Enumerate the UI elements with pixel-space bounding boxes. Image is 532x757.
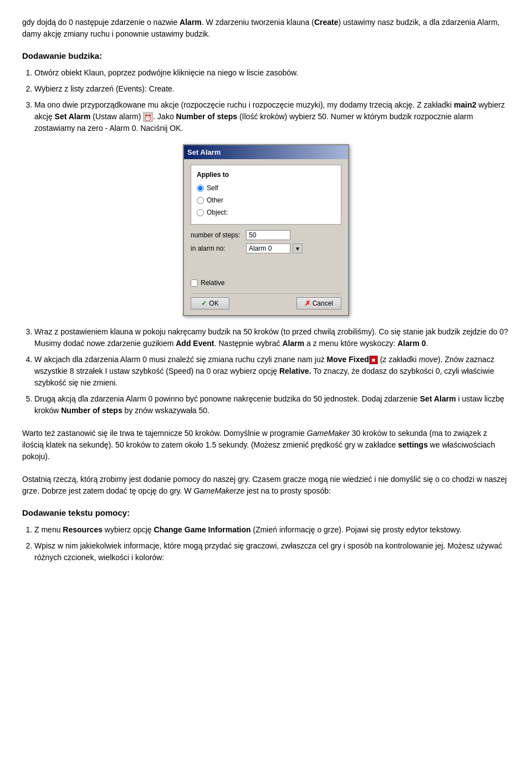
alarm0-bold: Alarm 0: [397, 339, 426, 348]
alarm-field-row: in alarm no: ▼: [191, 243, 341, 253]
separator-1: [22, 422, 510, 428]
ostatnia-text-b: jest na to prosty sposób:: [244, 486, 331, 495]
dialog-buttons: ✓ OK ✗ Cancel: [191, 293, 341, 309]
radio-self-label: Self: [207, 183, 218, 193]
help-step-1-text-a: Z menu: [34, 525, 63, 534]
step-3-outer-text-d: .: [426, 339, 428, 348]
help-step-2-text: Wpisz w nim jakiekolwiek informacje, któ…: [34, 541, 502, 562]
cancel-x-icon: ✗: [305, 299, 310, 307]
applies-to-title: Applies to: [197, 170, 335, 180]
alarm-bold-1: Alarm: [180, 18, 202, 27]
step-1-text: Otwórz obiekt Klaun, poprzez podwójne kl…: [34, 68, 298, 77]
alarm-picker-icon[interactable]: ▼: [293, 243, 303, 253]
dialog-title: Set Alarm: [187, 147, 221, 158]
step-3-outer-text-c: a z menu które wyskoczy:: [304, 339, 397, 348]
set-alarm-dialog: Set Alarm Applies to Self Other: [183, 144, 349, 317]
cancel-button[interactable]: ✗ Cancel: [296, 297, 341, 309]
resources-bold: Resources: [63, 525, 103, 534]
intro-paragraph: gdy dojdą do 0 następuje zdarzenie o naz…: [22, 17, 510, 40]
settings-bold: settings: [398, 440, 428, 449]
move-fixed-bold: Move Fixed: [327, 355, 369, 364]
relative-row: Relative: [191, 278, 341, 288]
relative-bold: Relative.: [279, 367, 311, 375]
radio-other-row: Other: [197, 195, 335, 205]
number-of-steps-bold: Number of steps: [176, 112, 237, 121]
warto-paragraph: Warto też zastanowić się ile trwa te taj…: [22, 428, 510, 463]
step-4: W akcjach dla zdarzenia Alarm 0 musi zna…: [34, 354, 510, 389]
main-content: gdy dojdą do 0 następuje zdarzenie o naz…: [22, 17, 510, 563]
step-3-outer-text-b: . Następnie wybrać: [214, 339, 282, 348]
ok-label: OK: [209, 299, 218, 307]
radio-object-row: Object:: [197, 207, 335, 217]
steps-3-5-list: Wraz z postawieniem klauna w pokoju nakr…: [34, 326, 510, 416]
ok-button[interactable]: ✓ OK: [191, 297, 229, 309]
step-4-text-b: (z zakładki: [378, 355, 419, 364]
dodawanie-tekstu-header: Dodawanie tekstu pomocy:: [22, 507, 510, 520]
spacer: [191, 257, 341, 273]
radio-other-label: Other: [207, 195, 223, 205]
main2-bold: main2: [454, 100, 476, 109]
step-5-text-c: by znów wskazywała 50.: [122, 406, 209, 415]
alarm-bold-2: Alarm: [282, 339, 304, 348]
radio-object[interactable]: [197, 209, 204, 216]
dialog-titlebar: Set Alarm: [184, 145, 348, 160]
add-event-bold: Add Event: [176, 339, 214, 348]
set-alarm-bold: Set Alarm: [55, 112, 91, 121]
create-bold: Create: [314, 18, 339, 27]
steps-label: number of steps:: [191, 230, 246, 240]
radio-self[interactable]: [197, 185, 204, 192]
intro-text-1: gdy dojdą do 0 następuje zdarzenie o naz…: [22, 18, 180, 27]
cancel-label: Cancel: [313, 299, 333, 307]
help-step-2: Wpisz w nim jakiekolwiek informacje, któ…: [34, 540, 510, 563]
step-4-text-a: W akcjach dla zdarzenia Alarm 0 musi zna…: [34, 355, 327, 364]
step-3-outer: Wraz z postawieniem klauna w pokoju nakr…: [34, 326, 510, 349]
radio-object-label: Object:: [207, 207, 228, 217]
step-1: Otwórz obiekt Klaun, poprzez podwójne kl…: [34, 67, 510, 79]
step-3-item: Ma ono dwie przyporządkowane mu akcje (r…: [34, 99, 510, 134]
separator-2: [22, 468, 510, 474]
help-step-1-text-b: wybierz opcję: [103, 525, 154, 534]
step-3-text-a: Ma ono dwie przyporządkowane mu akcje (r…: [34, 100, 454, 109]
step-5-text-a: Drugą akcją dla zdarzenia Alarm 0 powinn…: [34, 394, 420, 403]
step-3-text-d: . Jako: [153, 112, 176, 121]
dialog-wrapper: Set Alarm Applies to Self Other: [22, 144, 510, 317]
step-3-text-c: (Ustaw alarm): [90, 112, 143, 121]
help-step-1-text-c: (Zmień informację o grze). Pojawi się pr…: [251, 525, 462, 534]
set-alarm-bold-2: Set Alarm: [420, 394, 456, 403]
move-italic: move: [419, 355, 438, 364]
alarm-input[interactable]: [246, 243, 290, 253]
dialog-body: Applies to Self Other Object:: [184, 159, 348, 315]
alarm-label: in alarm no:: [191, 243, 246, 253]
dodawanie-header: Dodawanie budzika:: [22, 50, 510, 63]
move-fixed-icon: ✖: [369, 355, 378, 364]
step-2: Wybierz z listy zdarzeń (Events): Create…: [34, 83, 510, 95]
step-2-text: Wybierz z listy zdarzeń (Events): Create…: [34, 84, 175, 93]
steps-input[interactable]: [246, 230, 290, 240]
alarm-clock-icon: ⏰: [143, 112, 153, 122]
step-5: Drugą akcją dla zdarzenia Alarm 0 powinn…: [34, 393, 510, 416]
number-of-steps-bold-2: Number of steps: [61, 406, 122, 415]
applies-to-box: Applies to Self Other Object:: [191, 165, 341, 225]
relative-checkbox[interactable]: [191, 280, 198, 287]
alarm-row: ▼: [246, 243, 303, 253]
ok-checkmark-icon: ✓: [201, 299, 207, 307]
change-game-info-bold: Change Game Information: [154, 525, 251, 534]
warto-text: Warto też zastanowić się ile trwa te taj…: [22, 429, 307, 438]
gamemaker-italic-1: GameMaker: [307, 429, 350, 438]
intro-text-2: . W zdarzeniu tworzenia klauna (: [202, 18, 314, 27]
help-step-1: Z menu Resources wybierz opcję Change Ga…: [34, 524, 510, 536]
radio-other[interactable]: [197, 197, 204, 204]
main-steps-list: Otwórz obiekt Klaun, poprzez podwójne kl…: [34, 67, 510, 134]
ostatnia-paragraph: Ostatnią rzeczą, którą zrobimy jest doda…: [22, 474, 510, 497]
steps-field-row: number of steps:: [191, 230, 341, 240]
radio-self-row: Self: [197, 183, 335, 193]
help-steps-list: Z menu Resources wybierz opcję Change Ga…: [34, 524, 510, 563]
gamemaker-italic-2: GameMakerze: [193, 486, 244, 495]
relative-label: Relative: [201, 278, 224, 288]
